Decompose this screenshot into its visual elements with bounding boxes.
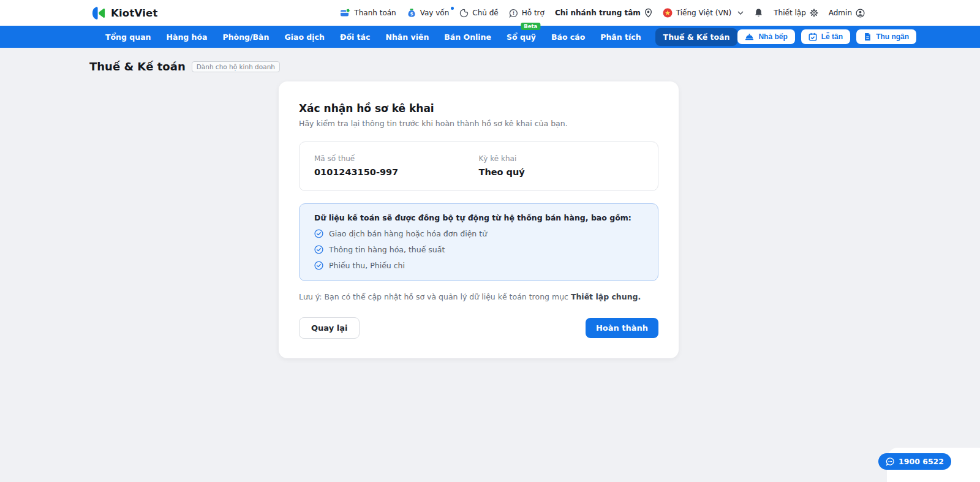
menu-loan-label: Vay vốn: [420, 9, 450, 17]
tax-code-field: Mã số thuế 0101243150-997: [314, 154, 479, 177]
beta-badge: Beta: [521, 23, 540, 30]
main-content: Thuế & Kế toán Dành cho hộ kinh doanh Xá…: [0, 60, 980, 358]
chat-bubble-icon: [886, 457, 895, 466]
settings-button[interactable]: Thiết lập: [774, 9, 818, 17]
main-navbar: Tổng quan Hàng hóa Phòng/Bàn Giao dịch Đ…: [0, 26, 980, 48]
declaration-summary-box: Mã số thuế 0101243150-997 Kỳ kê khai The…: [299, 141, 658, 191]
menu-theme[interactable]: Chủ đề: [459, 9, 498, 18]
branch-label: Chi nhánh trung tâm: [555, 9, 641, 17]
declaration-period-label: Kỳ kê khai: [479, 154, 644, 163]
sync-info-heading: Dữ liệu kế toán sẽ được đồng bộ tự động …: [314, 213, 643, 222]
menu-support-label: Hỗ trợ: [522, 9, 545, 17]
page-head: Thuế & Kế toán Dành cho hộ kinh doanh: [89, 60, 980, 73]
sync-item-transactions: Giao dịch bán hàng hoặc hóa đơn điện tử: [314, 229, 643, 238]
hotline-number: 1900 6522: [899, 457, 944, 466]
cashier-button[interactable]: Thu ngân: [856, 29, 916, 44]
page-badge: Dành cho hộ kinh doanh: [192, 61, 280, 72]
account-menu[interactable]: Admin: [829, 9, 865, 18]
reception-button-label: Lễ tân: [821, 32, 843, 41]
menu-theme-label: Chủ đề: [472, 9, 498, 17]
nav-phong-ban[interactable]: Phòng/Bàn: [222, 28, 271, 46]
gear-icon: [810, 9, 818, 17]
sync-item-label: Giao dịch bán hàng hoặc hóa đơn điện tử: [329, 229, 487, 238]
bell-icon: [754, 8, 763, 18]
language-label: Tiếng Việt (VN): [676, 9, 731, 17]
menu-payment-label: Thanh toán: [354, 9, 396, 17]
nav-list: Tổng quan Hàng hóa Phòng/Bàn Giao dịch Đ…: [104, 28, 737, 46]
svg-text:!: !: [512, 10, 514, 15]
branch-selector[interactable]: Chi nhánh trung tâm: [555, 8, 652, 18]
menu-loan[interactable]: $ Vay vốn: [407, 8, 450, 18]
note-text: Lưu ý: Bạn có thể cập nhật hồ sơ và quản…: [299, 292, 658, 301]
kitchen-button-label: Nhà bếp: [758, 32, 787, 41]
nav-doi-tac[interactable]: Đối tác: [339, 28, 372, 46]
tax-code-value: 0101243150-997: [314, 167, 479, 177]
sync-item-vouchers: Phiếu thu, Phiếu chi: [314, 261, 643, 270]
topbar: KiotViet Thanh toán $ Vay vốn Chủ đề !: [0, 0, 980, 26]
chevron-down-icon: [737, 11, 744, 15]
support-icon: !: [509, 9, 518, 18]
loan-icon: $: [407, 8, 417, 18]
sync-item-label: Thông tin hàng hóa, thuế suất: [329, 245, 445, 254]
settings-label: Thiết lập: [774, 9, 805, 17]
dialog-footer: Quay lại Hoàn thành: [299, 317, 658, 339]
check-circle-icon: [314, 261, 323, 270]
topbar-menu: Thanh toán $ Vay vốn Chủ đề ! Hỗ trợ Bet…: [340, 8, 865, 18]
note-emphasis: Thiết lập chung.: [571, 292, 641, 301]
sync-item-products: Thông tin hàng hóa, thuế suất: [314, 245, 643, 254]
menu-support[interactable]: ! Hỗ trợ Beta: [509, 9, 545, 18]
theme-icon: [459, 9, 469, 18]
check-circle-icon: [314, 229, 323, 238]
check-circle-icon: [314, 245, 323, 254]
nav-hang-hoa[interactable]: Hàng hóa: [165, 28, 209, 46]
reception-calendar-icon: [809, 32, 817, 41]
dialog-title: Xác nhận hồ sơ kê khai: [299, 102, 658, 115]
nav-actions: Nhà bếp Lễ tân Thu ngân: [737, 29, 916, 44]
notification-dot: [451, 7, 454, 10]
menu-payment[interactable]: Thanh toán: [340, 8, 396, 18]
nav-phan-tich[interactable]: Phân tích: [599, 28, 642, 46]
dialog-subtitle: Hãy kiểm tra lại thông tin trước khi hoà…: [299, 119, 658, 128]
nav-tong-quan[interactable]: Tổng quan: [104, 28, 153, 46]
kiotviet-logo-icon: [91, 6, 106, 21]
language-selector[interactable]: Tiếng Việt (VN): [663, 8, 744, 18]
confirmation-card: Xác nhận hồ sơ kê khai Hãy kiểm tra lại …: [279, 81, 679, 358]
nav-bao-cao[interactable]: Báo cáo: [550, 28, 586, 46]
declaration-period-field: Kỳ kê khai Theo quý: [479, 154, 644, 177]
back-button[interactable]: Quay lại: [299, 317, 360, 339]
cashier-receipt-icon: [864, 32, 872, 41]
note-prefix: Lưu ý: Bạn có thể cập nhật hồ sơ và quản…: [299, 292, 571, 301]
nav-nhan-vien[interactable]: Nhân viên: [384, 28, 430, 46]
sync-item-label: Phiếu thu, Phiếu chi: [329, 261, 405, 270]
svg-text:$: $: [410, 11, 413, 17]
cashier-button-label: Thu ngân: [876, 32, 909, 41]
location-pin-icon: [644, 8, 652, 18]
complete-button[interactable]: Hoàn thành: [586, 318, 658, 338]
nav-so-quy[interactable]: Sổ quỹ: [505, 28, 537, 46]
vietnam-flag-icon: [663, 8, 673, 18]
notifications-button[interactable]: [754, 8, 763, 18]
hotline-chat-button[interactable]: 1900 6522: [878, 453, 951, 470]
sync-info-box: Dữ liệu kế toán sẽ được đồng bộ tự động …: [299, 203, 658, 281]
nav-ban-online[interactable]: Bán Online: [443, 28, 492, 46]
brand-name: KiotViet: [111, 7, 157, 19]
reception-button[interactable]: Lễ tân: [801, 29, 850, 44]
page-title: Thuế & Kế toán: [89, 60, 186, 73]
nav-giao-dich[interactable]: Giao dịch: [283, 28, 325, 46]
kitchen-button[interactable]: Nhà bếp: [737, 29, 794, 44]
payment-icon: [340, 8, 350, 18]
declaration-period-value: Theo quý: [479, 167, 644, 177]
nav-thue-ke-toan-active[interactable]: Thuế & Kế toán: [655, 28, 738, 46]
tax-code-label: Mã số thuế: [314, 154, 479, 163]
account-label: Admin: [829, 9, 852, 17]
user-icon: [856, 9, 865, 18]
kitchen-cloche-icon: [745, 32, 754, 41]
kiotviet-logo[interactable]: KiotViet: [91, 6, 157, 21]
